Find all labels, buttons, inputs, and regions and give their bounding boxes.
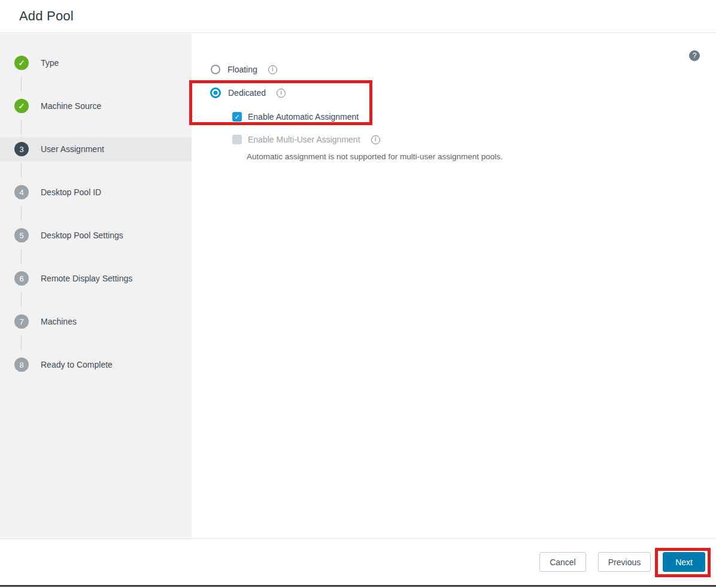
user-assignment-panel: Floating i Dedicated i ✓ Enable Automati… [192,34,716,538]
sidebar-step-desktop-pool-settings[interactable]: 5 Desktop Pool Settings [14,228,123,243]
enable-automatic-assignment-label: Enable Automatic Assignment [248,112,359,122]
floating-radio[interactable] [211,65,220,74]
floating-radio-label: Floating [227,65,257,74]
sidebar-step-type[interactable]: ✓ Type [14,56,59,70]
enable-multi-user-assignment-label: Enable Multi-User Assignment [248,135,360,144]
sidebar-step-remote-display-settings[interactable]: 6 Remote Display Settings [14,271,132,286]
window-bottom-edge [0,585,716,587]
enable-automatic-assignment-checkbox[interactable]: ✓ [232,112,242,122]
step-number-badge: 5 [14,228,29,243]
help-icon[interactable]: ? [689,50,700,61]
step-done-icon: ✓ [14,56,29,70]
step-done-icon: ✓ [14,99,29,113]
info-icon[interactable]: i [268,65,277,74]
step-label: Desktop Pool Settings [41,231,123,240]
multi-user-note: Automatic assignment is not supported fo… [247,152,503,161]
add-pool-wizard: Add Pool ✓ Type ✓ Machine Source 3 User … [0,0,716,588]
enable-multi-user-assignment-checkbox [232,135,242,144]
floating-option-row: Floating i [211,65,277,74]
step-label: Machine Source [41,101,101,111]
step-number-badge: 7 [14,314,29,329]
cancel-button[interactable]: Cancel [539,552,586,572]
info-icon[interactable]: i [277,89,286,98]
step-connector [21,207,22,221]
sidebar-step-ready-to-complete[interactable]: 8 Ready to Complete [14,357,113,372]
multi-user-assignment-row: Enable Multi-User Assignment i [232,135,380,144]
step-label: User Assignment [41,144,104,154]
step-connector [21,163,22,178]
step-number-badge: 8 [14,357,29,372]
sidebar-step-machine-source[interactable]: ✓ Machine Source [14,99,101,113]
dedicated-radio-label: Dedicated [228,88,266,98]
step-label: Remote Display Settings [41,274,132,283]
wizard-footer: Cancel Previous Next [0,538,716,585]
step-label: Desktop Pool ID [41,187,101,197]
step-connector [21,250,22,264]
step-connector [21,77,22,92]
step-connector [21,120,22,135]
step-connector [21,336,22,350]
wizard-steps-sidebar: ✓ Type ✓ Machine Source 3 User Assignmen… [0,34,192,538]
sidebar-step-machines[interactable]: 7 Machines [14,314,77,329]
previous-button[interactable]: Previous [598,552,651,572]
step-number-badge: 3 [14,142,29,156]
next-button[interactable]: Next [663,552,705,572]
page-title: Add Pool [19,8,74,24]
step-number-badge: 6 [14,271,29,286]
sidebar-step-desktop-pool-id[interactable]: 4 Desktop Pool ID [14,185,101,199]
info-icon[interactable]: i [371,135,380,144]
wizard-header: Add Pool [0,0,716,33]
step-label: Machines [41,317,77,326]
dedicated-option-row: Dedicated i [210,87,286,98]
dedicated-radio[interactable] [210,87,221,98]
step-connector [21,293,22,307]
step-label: Ready to Complete [41,360,113,369]
automatic-assignment-row: ✓ Enable Automatic Assignment [232,112,359,122]
step-label: Type [41,58,59,68]
sidebar-step-user-assignment[interactable]: 3 User Assignment [14,142,104,156]
step-number-badge: 4 [14,185,29,199]
